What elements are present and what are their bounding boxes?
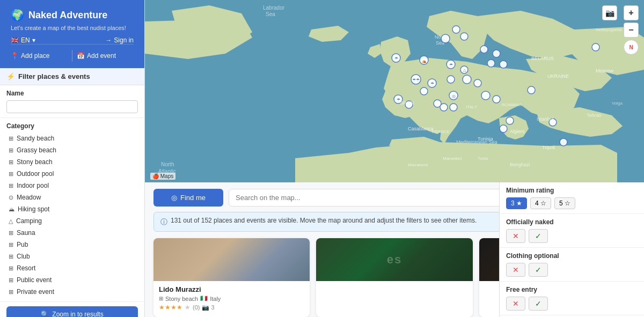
add-event-button[interactable]: 📅 Add event bbox=[77, 50, 134, 62]
category-private-event[interactable]: ⊞Private event bbox=[6, 286, 138, 297]
sandy-beach-icon: ⊞ bbox=[9, 135, 13, 142]
svg-text:ROMANIA: ROMANIA bbox=[502, 102, 522, 107]
category-pub[interactable]: ⊞Pub bbox=[6, 239, 138, 250]
category-sandy-beach[interactable]: ⊞Sandy beach bbox=[6, 133, 138, 144]
svg-text:Tehran: Tehran bbox=[587, 113, 602, 118]
svg-text:Labrador: Labrador bbox=[263, 5, 285, 11]
zoom-in-button[interactable]: + bbox=[624, 5, 639, 20]
screenshot-button[interactable]: 📷 bbox=[602, 5, 617, 20]
find-me-label: Find me bbox=[180, 194, 206, 202]
officially-naked-no-button[interactable]: ✕ bbox=[506, 229, 525, 243]
place-card-title-1: Lido Murazzi bbox=[159, 285, 304, 293]
place-card-2[interactable]: es bbox=[316, 238, 472, 317]
svg-point-27 bbox=[493, 95, 500, 103]
place-type-label: Stony beach bbox=[165, 296, 198, 302]
info-text: 131 out of 152 places and events are vis… bbox=[171, 217, 477, 224]
rating-4-button[interactable]: 4 ☆ bbox=[530, 197, 551, 209]
category-sauna[interactable]: ⊞Sauna bbox=[6, 227, 138, 238]
sauna-icon: ⊞ bbox=[9, 230, 13, 237]
map-area[interactable]: Labrador Sea North Sea Mediterranean Sea… bbox=[145, 0, 644, 182]
sidebar-header: 🌍 Naked Adventure Let's create a map of … bbox=[0, 0, 144, 68]
name-input[interactable] bbox=[6, 100, 138, 113]
stony-beach-type-icon: ⊞ bbox=[159, 296, 163, 301]
filter-header: ⚡ Filter places & events bbox=[0, 68, 144, 85]
category-public-event[interactable]: ⊞Public event bbox=[6, 275, 138, 285]
category-resort[interactable]: ⊞Resort bbox=[6, 263, 138, 274]
svg-point-25 bbox=[450, 104, 457, 111]
clothing-optional-yes-button[interactable]: ✓ bbox=[529, 263, 548, 277]
category-club[interactable]: ⊞Club bbox=[6, 251, 138, 262]
chevron-down-icon: ▾ bbox=[32, 36, 35, 44]
name-filter-section: Name bbox=[0, 85, 144, 118]
svg-point-35 bbox=[452, 26, 460, 33]
sidebar: 🌍 Naked Adventure Let's create a map of … bbox=[0, 0, 145, 317]
review-count: (0) bbox=[193, 304, 200, 311]
name-filter-label: Name bbox=[6, 90, 138, 97]
officially-naked-yes-button[interactable]: ✓ bbox=[529, 229, 548, 243]
free-entry-section: Free entry ✕ ✓ bbox=[500, 282, 644, 315]
zoom-icon: 🔍 bbox=[41, 311, 49, 317]
lang-button[interactable]: 🇬🇧 EN ▾ bbox=[11, 36, 35, 44]
map-controls: + − N bbox=[624, 5, 639, 55]
category-meadow[interactable]: ⊙Meadow bbox=[6, 192, 138, 203]
category-grassy-beach[interactable]: ⊞Grassy beach bbox=[6, 145, 138, 156]
place-card-body-1: Lido Murazzi ⊞ Stony beach 🇮🇹 Italy ★★★★… bbox=[153, 281, 310, 317]
svg-text:Istanbul: Istanbul bbox=[537, 116, 554, 122]
svg-point-28 bbox=[506, 117, 514, 124]
svg-point-41 bbox=[500, 61, 507, 68]
watermark-2: es bbox=[387, 253, 402, 267]
free-entry-no-button[interactable]: ✕ bbox=[506, 297, 525, 311]
rating-3-button[interactable]: 3 ★ bbox=[506, 197, 527, 209]
hiking-icon: ⛰ bbox=[9, 206, 14, 212]
category-hiking-spot[interactable]: ⛰Hiking spot bbox=[6, 204, 138, 215]
app-subtitle: Let's create a map of the best nudist pl… bbox=[11, 25, 134, 31]
photo-count: 📷 3 bbox=[202, 304, 214, 311]
location-icon: ◎ bbox=[171, 194, 177, 202]
add-place-button[interactable]: 📍 Add place bbox=[11, 50, 72, 62]
svg-point-26 bbox=[481, 91, 490, 100]
svg-point-39 bbox=[493, 50, 500, 57]
svg-text:◎: ◎ bbox=[452, 94, 456, 99]
svg-point-22 bbox=[474, 79, 481, 87]
sign-in-button[interactable]: → Sign in bbox=[105, 36, 134, 44]
min-rating-section: Minimum rating 3 ★ 4 ☆ 5 ☆ bbox=[500, 182, 644, 214]
free-entry-yes-button[interactable]: ✓ bbox=[529, 297, 548, 311]
app-logo-icon: 🌍 bbox=[11, 9, 24, 21]
svg-point-37 bbox=[441, 34, 450, 43]
category-list: ⊞Sandy beach ⊞Grassy beach ⊞Stony beach … bbox=[6, 133, 138, 297]
officially-naked-section: Officially naked ✕ ✓ bbox=[500, 214, 644, 248]
add-event-label: Add event bbox=[87, 52, 116, 60]
public-event-icon: ⊞ bbox=[9, 277, 13, 284]
place-card-lido-murazzi[interactable]: Lido Murazzi ⊞ Stony beach 🇮🇹 Italy ★★★★… bbox=[153, 238, 310, 317]
svg-text:Marrakech: Marrakech bbox=[408, 163, 428, 167]
lang-label: EN bbox=[21, 36, 30, 44]
category-indoor-pool[interactable]: ⊞Indoor pool bbox=[6, 180, 138, 191]
svg-text:Moscow: Moscow bbox=[596, 68, 614, 73]
svg-text:Sea: Sea bbox=[266, 11, 275, 17]
zoom-results-button[interactable]: 🔍 Zoom in to results bbox=[6, 306, 138, 317]
find-me-button[interactable]: ◎ Find me bbox=[153, 189, 223, 207]
zoom-label: Zoom in to results bbox=[52, 311, 103, 317]
rating-5-button[interactable]: 5 ☆ bbox=[554, 197, 575, 209]
right-filter-panel: Minimum rating 3 ★ 4 ☆ 5 ☆ Officially na… bbox=[499, 182, 644, 317]
free-entry-label: Free entry bbox=[506, 286, 638, 293]
clothing-optional-section: Clothing optional ✕ ✓ bbox=[500, 248, 644, 282]
stony-beach-icon: ⊞ bbox=[9, 159, 13, 166]
svg-point-44 bbox=[560, 138, 567, 146]
clothing-optional-no-button[interactable]: ✕ bbox=[506, 263, 525, 277]
grassy-beach-icon: ⊞ bbox=[9, 147, 13, 154]
category-stony-beach[interactable]: ⊞Stony beach bbox=[6, 157, 138, 167]
zoom-out-button[interactable]: − bbox=[624, 23, 639, 38]
officially-naked-label: Officially naked bbox=[506, 218, 638, 226]
private-event-icon: ⊞ bbox=[9, 289, 13, 296]
sign-in-label: Sign in bbox=[114, 36, 134, 44]
main-content: Labrador Sea North Sea Mediterranean Sea… bbox=[145, 0, 644, 317]
compass[interactable]: N bbox=[624, 40, 639, 55]
svg-text:⛺: ⛺ bbox=[422, 58, 427, 63]
svg-text:ITALY: ITALY bbox=[466, 105, 478, 109]
category-outdoor-pool[interactable]: ⊞Outdoor pool bbox=[6, 168, 138, 179]
sign-in-icon: → bbox=[105, 36, 112, 44]
category-camping[interactable]: △Camping bbox=[6, 216, 138, 226]
apple-maps-icon: 🍎 bbox=[152, 173, 159, 179]
svg-text:BELARUS: BELARUS bbox=[531, 56, 554, 61]
